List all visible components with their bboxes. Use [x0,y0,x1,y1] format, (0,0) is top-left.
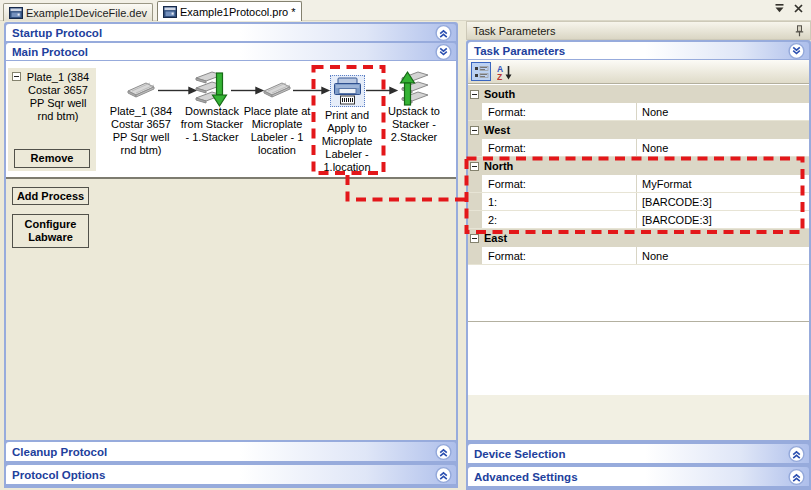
add-process-button[interactable]: Add Process [12,187,89,205]
protocol-options-header[interactable]: Protocol Options [6,465,456,484]
section-title: Device Selection [474,448,565,460]
property-value[interactable]: [BARCODE:3] [636,193,809,210]
row-gutter [468,103,482,120]
row-gutter [468,211,482,228]
collapse-expander-icon[interactable] [470,126,479,135]
task-parameters-content: A Z South Format: None West [468,60,809,440]
property-row[interactable]: 2: [BARCODE:3] [468,211,809,229]
chevron-down-icon[interactable] [788,42,805,59]
group-row-north[interactable]: North [468,157,809,175]
tab-bar: Example1DeviceFile.dev Example1Protocol.… [0,0,811,21]
property-row[interactable]: Format: None [468,139,809,157]
task-parameters-pane-caption[interactable]: Task Parameters [466,21,811,40]
row-gutter [468,139,482,156]
property-label: Format: [482,175,636,192]
property-label: Format: [482,247,636,264]
group-name: North [484,160,513,172]
downstack-icon [192,70,232,108]
property-row[interactable]: 1: [BARCODE:3] [468,193,809,211]
startup-protocol-header[interactable]: Startup Protocol [6,24,456,41]
group-row-east[interactable]: East [468,229,809,247]
tab-label: Example1Protocol.pro * [180,6,296,18]
svg-text:Z: Z [497,71,502,80]
upstack-icon [394,70,434,108]
group-name: South [484,88,515,100]
plate-icon [125,80,157,98]
property-value[interactable]: MyFormat [636,175,809,192]
main-protocol-header[interactable]: Main Protocol [6,43,456,60]
advanced-settings-header[interactable]: Advanced Settings [468,467,809,486]
section-title: Advanced Settings [474,471,578,483]
chevron-up-icon[interactable] [788,468,805,485]
device-selection-header[interactable]: Device Selection [468,444,809,463]
plate-icon [261,80,293,98]
grid-splitter[interactable] [468,321,809,322]
main-protocol-canvas: Plate_1 (384 Costar 3657 PP Sqr well rnd… [6,61,456,440]
selection-box [330,75,365,107]
group-row-west[interactable]: West [468,121,809,139]
collapse-expander-icon[interactable] [470,234,479,243]
chevron-down-icon[interactable] [435,43,452,60]
workflow-strip: Plate_1 (384 Costar 3657 PP Sqr well rnd… [6,61,456,177]
window-menu-icon[interactable] [775,3,784,13]
section-title: Main Protocol [12,46,88,58]
chevron-up-icon[interactable] [435,466,452,483]
property-grid: South Format: None West Format: None Nor… [468,84,809,440]
tab-device-file[interactable]: Example1DeviceFile.dev [3,3,153,21]
property-value[interactable]: [BARCODE:3] [636,211,809,228]
property-value[interactable]: None [636,139,809,156]
group-name: West [484,124,510,136]
task-parameters-header[interactable]: Task Parameters [468,42,809,59]
tab-label: Example1DeviceFile.dev [26,7,147,19]
divider [6,177,456,179]
property-row[interactable]: Format: MyFormat [468,175,809,193]
categorized-button[interactable] [471,62,491,81]
property-value[interactable]: None [636,103,809,120]
property-label: 2: [482,211,636,228]
chevron-up-icon[interactable] [435,443,452,460]
property-label: Format: [482,139,636,156]
printer-icon [332,77,363,105]
pin-icon[interactable] [795,25,804,37]
sort-az-icon: A Z [497,64,513,80]
property-label: Format: [482,103,636,120]
property-value[interactable]: None [636,247,809,264]
property-row[interactable]: Format: None [468,103,809,121]
step-label: Upstack to Stacker - 2.Stacker [369,105,456,144]
tab-protocol[interactable]: Example1Protocol.pro * [157,1,302,21]
description-pane [468,395,809,440]
section-title: Task Parameters [474,45,565,57]
document-icon [163,6,177,18]
section-title: Cleanup Protocol [12,446,107,458]
configure-labware-button[interactable]: Configure Labware [12,214,89,248]
alphabetical-sort-button[interactable]: A Z [495,62,515,81]
categorized-icon [474,65,489,79]
chevron-up-icon[interactable] [788,445,805,462]
section-title: Startup Protocol [12,27,102,39]
property-row[interactable]: Format: None [468,247,809,265]
property-grid-toolbar: A Z [468,60,809,84]
row-gutter [468,247,482,264]
collapse-expander-icon[interactable] [470,90,479,99]
section-title: Protocol Options [12,469,105,481]
step-upstack[interactable]: Upstack to Stacker - 2.Stacker [369,72,456,144]
chevron-up-icon[interactable] [435,24,452,41]
property-label: 1: [482,193,636,210]
document-icon [9,7,23,19]
cleanup-protocol-header[interactable]: Cleanup Protocol [6,442,456,461]
row-gutter [468,175,482,192]
group-name: East [484,232,507,244]
collapse-expander-icon[interactable] [470,162,479,171]
group-row-south[interactable]: South [468,85,809,103]
close-icon[interactable] [794,4,803,13]
row-gutter [468,193,482,210]
pane-caption-title: Task Parameters [473,25,556,37]
